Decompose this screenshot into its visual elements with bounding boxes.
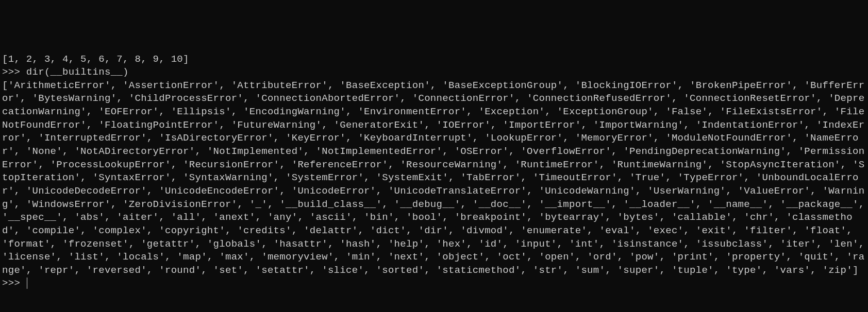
terminal-output[interactable]: [1, 2, 3, 4, 5, 6, 7, 8, 9, 10] >>> dir(… — [0, 53, 868, 291]
output-list: ['ArithmeticError', 'AssertionError', 'A… — [2, 80, 868, 276]
previous-output-line: [1, 2, 3, 4, 5, 6, 7, 8, 9, 10] — [2, 54, 189, 65]
command-input: dir(__builtins__) — [26, 66, 129, 78]
repl-prompt: >>> — [2, 66, 26, 78]
cursor — [27, 278, 27, 289]
repl-prompt-next: >>> — [2, 278, 26, 289]
